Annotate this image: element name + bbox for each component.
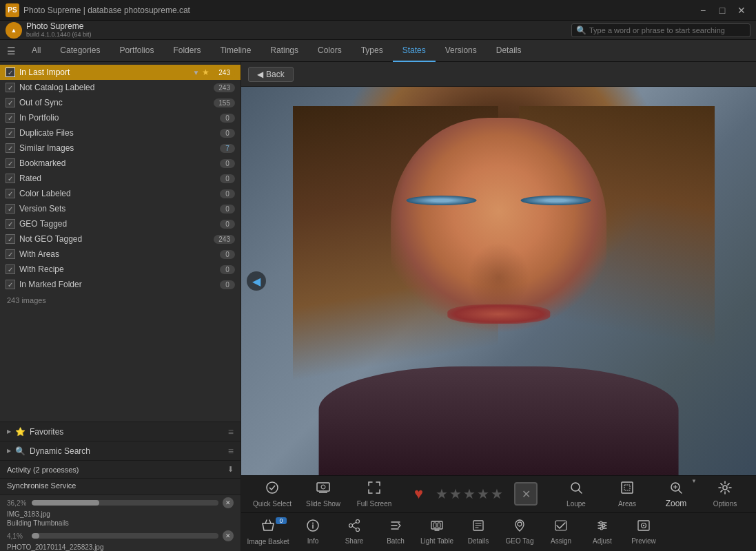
tab-states[interactable]: States <box>393 40 436 62</box>
menu-bar: ▲ Photo Supreme build 4.1.0.1440 (64 bit… <box>0 21 756 40</box>
dynamic-search-section[interactable]: ▶ 🔍 Dynamic Search ≡ <box>0 441 241 461</box>
zoom-button[interactable]: ▼ Zoom <box>654 477 698 511</box>
star-4[interactable]: ★ <box>477 486 489 502</box>
adjust-button[interactable]: Adjust <box>582 514 623 549</box>
tab-types[interactable]: Types <box>351 40 393 62</box>
areas-button[interactable]: Areas <box>603 477 651 511</box>
checkbox-not-geo-tagged[interactable]: ✓ <box>6 234 15 244</box>
svg-point-19 <box>600 521 602 524</box>
badge-duplicate-files: 0 <box>220 129 235 138</box>
checkbox-with-areas[interactable]: ✓ <box>6 249 15 259</box>
close-button[interactable]: ✕ <box>733 3 750 17</box>
tab-details[interactable]: Details <box>487 40 531 62</box>
minimize-button[interactable]: − <box>694 3 712 17</box>
assign-button[interactable]: Assign <box>540 514 582 549</box>
star-5[interactable]: ★ <box>491 486 503 502</box>
tab-timeline[interactable]: Timeline <box>210 40 260 62</box>
progress-row-2: 4,1% ✕ <box>0 528 241 543</box>
sidebar-item-in-portfolio[interactable]: ✓ In Portfolio 0 <box>0 110 241 125</box>
tab-versions[interactable]: Versions <box>436 40 487 62</box>
sidebar-item-color-labeled[interactable]: ✓ Color Labeled 0 <box>0 186 241 201</box>
badge-in-last-import: 243 <box>214 68 235 77</box>
tab-all[interactable]: All <box>22 40 50 62</box>
quick-select-button[interactable]: Quick Select <box>248 477 296 511</box>
sidebar-item-bookmarked[interactable]: ✓ Bookmarked 0 <box>0 156 241 171</box>
svg-point-11 <box>356 528 360 532</box>
sidebar-item-rated[interactable]: ✓ Rated 0 <box>0 171 241 186</box>
sidebar-item-duplicate-files[interactable]: ✓ Duplicate Files 0 <box>0 125 241 141</box>
slide-show-button[interactable]: Slide Show <box>299 477 347 511</box>
progress-bar-2 <box>32 533 218 539</box>
checkbox-geo-tagged[interactable]: ✓ <box>6 219 15 229</box>
back-button[interactable]: ◀ Back <box>248 67 294 82</box>
light-table-button[interactable]: Light Table <box>416 514 458 549</box>
sidebar-item-in-last-import[interactable]: ✓ In Last Import ▼ ★ 243 <box>0 65 241 80</box>
activity-bar: Activity (2 processes) ⬇ <box>0 461 241 479</box>
sidebar-item-version-sets[interactable]: ✓ Version Sets 0 <box>0 201 241 216</box>
preview-button[interactable]: Preview <box>623 514 664 549</box>
sidebar-item-in-marked-folder[interactable]: ✓ In Marked Folder 0 <box>0 277 241 292</box>
star-2[interactable]: ★ <box>449 486 462 502</box>
favorites-star-icon: ⭐ <box>15 427 25 437</box>
full-screen-button[interactable]: Full Screen <box>350 477 398 511</box>
tab-ratings[interactable]: Ratings <box>260 40 308 62</box>
options-button[interactable]: Options <box>701 477 749 511</box>
batch-button[interactable]: Batch <box>375 514 416 549</box>
progress-cancel-1[interactable]: ✕ <box>223 497 234 508</box>
sidebar-item-similar-images[interactable]: ✓ Similar Images 7 <box>0 141 241 156</box>
info-button[interactable]: Info <box>292 514 334 549</box>
search-input[interactable] <box>589 26 741 34</box>
geo-tag-button[interactable]: GEO Tag <box>499 514 540 549</box>
sidebar-item-with-recipe[interactable]: ✓ With Recipe 0 <box>0 262 241 277</box>
toolbar-row-2: 0 Image Basket Info <box>241 513 756 551</box>
checkbox-rated[interactable]: ✓ <box>6 174 15 183</box>
loupe-button[interactable]: Loupe <box>552 477 600 511</box>
sidebar-item-with-areas[interactable]: ✓ With Areas 0 <box>0 247 241 262</box>
svg-point-9 <box>312 523 314 524</box>
checkbox-in-marked-folder[interactable]: ✓ <box>6 280 15 289</box>
maximize-button[interactable]: □ <box>713 3 731 17</box>
favorites-section[interactable]: ▶ ⭐ Favorites ≡ <box>0 422 241 441</box>
tab-portfolios[interactable]: Portfolios <box>110 40 163 62</box>
checkbox-in-last-import[interactable]: ✓ <box>6 67 15 77</box>
dynamic-search-menu-icon[interactable]: ≡ <box>228 446 234 457</box>
tab-folders[interactable]: Folders <box>163 40 210 62</box>
sidebar-item-not-catalog-labeled[interactable]: ✓ Not Catalog Labeled 243 <box>0 80 241 95</box>
details-button[interactable]: Details <box>458 514 499 549</box>
sidebar-item-geo-tagged[interactable]: ✓ GEO Tagged 0 <box>0 216 241 231</box>
checkbox-color-labeled[interactable]: ✓ <box>6 189 15 198</box>
checkbox-with-recipe[interactable]: ✓ <box>6 264 15 274</box>
checkbox-duplicate-files[interactable]: ✓ <box>6 128 15 138</box>
hamburger-menu[interactable]: ☰ <box>3 43 19 59</box>
bottom-toolbar: Quick Select Slide Show <box>241 475 756 551</box>
checkbox-bookmarked[interactable]: ✓ <box>6 158 15 168</box>
badge-bookmarked: 0 <box>220 159 235 168</box>
checkbox-version-sets[interactable]: ✓ <box>6 204 15 214</box>
favorites-expand-icon: ▶ <box>7 428 11 435</box>
checkbox-not-catalog-labeled[interactable]: ✓ <box>6 83 15 92</box>
photo-nav-left[interactable]: ◀ <box>247 271 266 291</box>
tab-categories[interactable]: Categories <box>50 40 110 62</box>
heart-button[interactable]: ♥ <box>414 485 423 503</box>
favorites-menu-icon[interactable]: ≡ <box>228 426 234 437</box>
sidebar-item-out-of-sync[interactable]: ✓ Out of Sync 155 <box>0 95 241 110</box>
sidebar-bottom: ▶ ⭐ Favorites ≡ ▶ 🔍 Dynamic Search ≡ Act… <box>0 422 241 551</box>
search-icon: 🔍 <box>576 25 586 35</box>
checkbox-out-of-sync[interactable]: ✓ <box>6 98 15 107</box>
star-1[interactable]: ★ <box>436 486 448 502</box>
activity-download-icon: ⬇ <box>227 465 234 474</box>
checkbox-in-portfolio[interactable]: ✓ <box>6 113 15 123</box>
progress-cancel-2[interactable]: ✕ <box>223 530 234 541</box>
tab-colors[interactable]: Colors <box>308 40 351 62</box>
reject-button[interactable]: ✕ <box>514 482 538 506</box>
sidebar-item-not-geo-tagged[interactable]: ✓ Not GEO Tagged 243 <box>0 231 241 247</box>
star-3[interactable]: ★ <box>463 486 476 502</box>
rating-stars: ★ ★ ★ ★ ★ <box>436 486 503 502</box>
checkbox-similar-images[interactable]: ✓ <box>6 143 15 153</box>
image-basket-button[interactable]: 0 Image Basket <box>244 514 292 549</box>
share-button[interactable]: Share <box>334 514 375 549</box>
app-name: Photo Supreme <box>26 22 92 31</box>
search-box[interactable]: 🔍 <box>571 23 750 37</box>
progress-fill-2 <box>32 533 39 539</box>
badge-in-marked-folder: 0 <box>220 280 235 289</box>
